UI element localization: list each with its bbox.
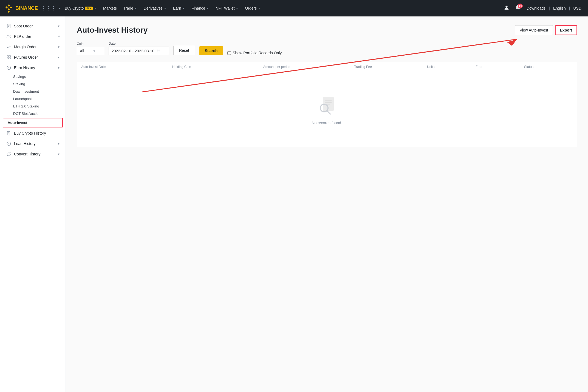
sidebar-sub-auto-invest[interactable]: Auto-Invest xyxy=(3,118,63,127)
date-range-picker[interactable]: 2022-02-10 - 2022-03-10 xyxy=(109,47,169,55)
svg-marker-2 xyxy=(10,6,12,8)
coin-select-chevron: ▼ xyxy=(93,50,96,53)
grid-chevron-icon: ▼ xyxy=(58,7,61,10)
nav-downloads[interactable]: Downloads xyxy=(524,6,548,10)
sidebar-sub-staking[interactable]: Staking xyxy=(0,80,66,88)
notification-icon[interactable]: 14 xyxy=(513,5,523,12)
col-amount-per-period: Amount per period xyxy=(263,65,354,69)
logo-text: BINANCE xyxy=(15,5,38,11)
header-buttons: View Auto-Invest Export xyxy=(515,25,577,35)
coin-filter-group: Coin All ▼ xyxy=(77,42,104,55)
earn-icon xyxy=(6,65,11,70)
col-status: Status xyxy=(524,65,573,69)
divider-2: | xyxy=(569,6,570,10)
export-button[interactable]: Export xyxy=(555,25,577,35)
sidebar-label-buy-crypto-history: Buy Crypto History xyxy=(14,131,46,135)
page-header: Auto-Invest History View Auto-Invest Exp… xyxy=(77,25,577,35)
sidebar-item-p2p-order[interactable]: P2P order ↗ xyxy=(0,31,66,42)
jpy-badge: JPY xyxy=(85,7,93,10)
receipt-icon xyxy=(6,24,11,29)
date-filter-group: Date 2022-02-10 - 2022-03-10 xyxy=(109,42,169,55)
page-title: Auto-Invest History xyxy=(77,26,148,35)
sidebar-label-futures-order: Futures Order xyxy=(14,55,38,59)
svg-point-5 xyxy=(505,5,507,7)
grid-icon[interactable]: ⋮⋮⋮ xyxy=(41,5,56,11)
binance-logo[interactable]: BINANCE xyxy=(4,4,38,13)
view-auto-invest-button[interactable]: View Auto-Invest xyxy=(515,25,553,35)
sidebar-label-margin-order: Margin Order xyxy=(14,45,36,49)
sidebar: Spot Order ▼ P2P order ↗ Margin Order ▼ xyxy=(0,16,66,392)
top-navigation: BINANCE ⋮⋮⋮ ▼ Buy Crypto JPY ▼ Markets T… xyxy=(0,0,588,16)
sidebar-sub-dot-slot-auction[interactable]: DOT Slot Auction xyxy=(0,110,66,117)
svg-marker-1 xyxy=(5,6,8,8)
nav-currency[interactable]: USD xyxy=(571,6,584,10)
nav-trade[interactable]: Trade ▼ xyxy=(121,6,140,10)
earn-history-chevron: ▼ xyxy=(57,66,60,69)
empty-state-text: No records found. xyxy=(312,121,342,125)
sidebar-item-margin-order[interactable]: Margin Order ▼ xyxy=(0,42,66,52)
sidebar-item-convert-history[interactable]: Convert History ▼ xyxy=(0,149,66,159)
page-layout: Spot Order ▼ P2P order ↗ Margin Order ▼ xyxy=(0,16,588,392)
search-button[interactable]: Search xyxy=(199,46,223,55)
nav-nft-wallet[interactable]: NFT Wallet ▼ xyxy=(213,6,241,10)
coin-filter-label: Coin xyxy=(77,42,104,46)
trade-chevron: ▼ xyxy=(134,7,137,10)
margin-icon xyxy=(6,44,11,49)
sidebar-label-loan-history: Loan History xyxy=(14,141,36,146)
loan-icon xyxy=(6,141,11,146)
nav-orders[interactable]: Orders ▼ xyxy=(242,6,263,10)
content-area: Coin All ▼ Date 2022-02-10 - 2022-03-10 xyxy=(77,42,577,147)
margin-order-chevron: ▼ xyxy=(57,46,60,49)
date-filter-label: Date xyxy=(109,42,169,46)
svg-rect-16 xyxy=(7,58,9,59)
svg-marker-4 xyxy=(8,11,10,13)
convert-icon xyxy=(6,152,11,157)
finance-chevron: ▼ xyxy=(206,7,209,10)
nft-chevron: ▼ xyxy=(236,7,238,10)
external-link-icon: ↗ xyxy=(57,35,60,38)
coin-select-value: All xyxy=(80,49,84,53)
col-auto-invest-date: Auto-Invest Date xyxy=(81,65,172,69)
notification-badge: 14 xyxy=(518,4,523,8)
svg-rect-14 xyxy=(7,56,9,57)
divider-1: | xyxy=(549,6,550,10)
nav-earn[interactable]: Earn ▼ xyxy=(170,6,188,10)
nav-markets[interactable]: Markets xyxy=(100,6,120,10)
reset-button[interactable]: Reset xyxy=(173,46,195,55)
date-range-value: 2022-02-10 - 2022-03-10 xyxy=(112,49,154,53)
sidebar-label-p2p-order: P2P order xyxy=(14,34,31,39)
sidebar-label-earn-history: Earn History xyxy=(14,66,35,70)
futures-order-chevron: ▼ xyxy=(57,56,60,59)
empty-state: No records found. xyxy=(77,72,577,147)
convert-history-chevron: ▼ xyxy=(57,153,60,156)
coin-select[interactable]: All ▼ xyxy=(77,47,104,55)
people-icon xyxy=(6,34,11,39)
sidebar-sub-dual-investment[interactable]: Dual Investment xyxy=(0,88,66,95)
sidebar-label-convert-history: Convert History xyxy=(14,152,40,156)
sidebar-sub-savings[interactable]: Savings xyxy=(0,73,66,80)
col-holding-coin: Holding Coin xyxy=(172,65,263,69)
filters-section: Coin All ▼ Date 2022-02-10 - 2022-03-10 xyxy=(77,42,577,55)
futures-icon xyxy=(6,55,11,60)
spot-order-chevron: ▼ xyxy=(57,25,60,28)
sidebar-sub-launchpool[interactable]: Launchpool xyxy=(0,95,66,103)
svg-point-11 xyxy=(9,35,10,36)
svg-point-10 xyxy=(8,35,9,36)
buy-crypto-chevron: ▼ xyxy=(94,7,97,10)
sidebar-item-loan-history[interactable]: Loan History ▼ xyxy=(0,138,66,149)
portfolio-checkbox-label[interactable]: Show Portfolio Records Only xyxy=(233,51,282,55)
nav-buy-crypto[interactable]: Buy Crypto JPY ▼ xyxy=(62,6,99,10)
nav-language[interactable]: English xyxy=(551,6,568,10)
sidebar-item-futures-order[interactable]: Futures Order ▼ xyxy=(0,52,66,63)
nav-derivatives[interactable]: Derivatives ▼ xyxy=(141,6,169,10)
portfolio-checkbox[interactable] xyxy=(227,51,231,55)
user-icon[interactable] xyxy=(501,5,512,12)
derivatives-chevron: ▼ xyxy=(164,7,166,10)
svg-marker-3 xyxy=(8,8,10,10)
portfolio-checkbox-group: Show Portfolio Records Only xyxy=(227,51,282,55)
sidebar-item-buy-crypto-history[interactable]: Buy Crypto History xyxy=(0,128,66,138)
sidebar-item-spot-order[interactable]: Spot Order ▼ xyxy=(0,21,66,31)
sidebar-sub-eth2-staking[interactable]: ETH 2.0 Staking xyxy=(0,103,66,110)
sidebar-item-earn-history[interactable]: Earn History ▼ xyxy=(0,63,66,73)
nav-finance[interactable]: Finance ▼ xyxy=(189,6,212,10)
